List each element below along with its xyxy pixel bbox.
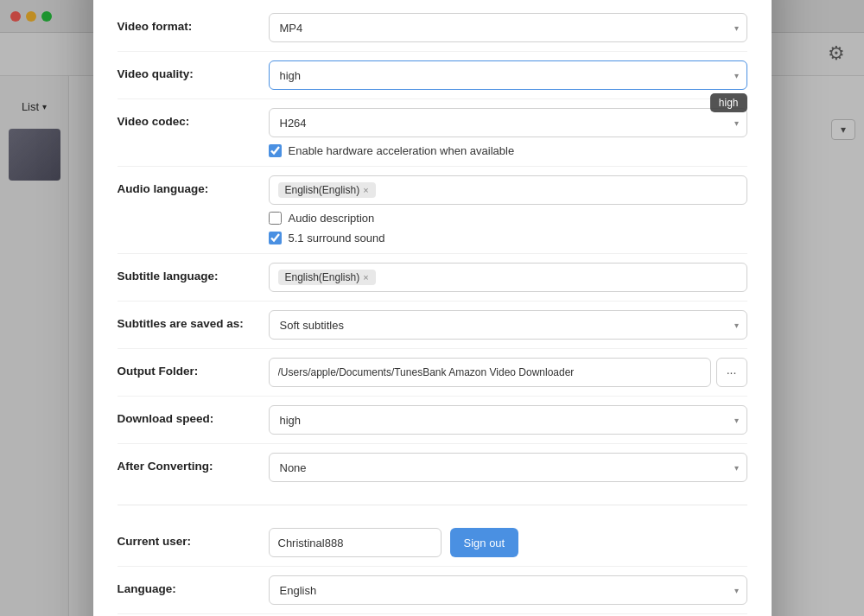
subtitles-saved-label: Subtitles are saved as: [118, 310, 269, 330]
current-user-input[interactable] [269, 528, 442, 557]
language-dropdown[interactable]: English [269, 575, 747, 605]
video-format-row: Video format: MP4 ▾ [118, 4, 747, 52]
after-converting-row: After Converting: None ▾ [118, 444, 747, 491]
subtitle-language-label: Subtitle language: [118, 263, 269, 283]
audio-desc-label: Audio description [289, 212, 375, 225]
current-user-row: Current user: Sign out [118, 519, 747, 567]
download-speed-dropdown-wrapper: high ▾ [269, 405, 747, 435]
video-quality-value: high [280, 69, 302, 82]
output-folder-label: Output Folder: [118, 358, 269, 378]
video-format-dropdown-wrapper: MP4 ▾ [269, 13, 747, 42]
audio-language-row: Audio language: English(English) × Audio… [118, 167, 747, 254]
surround-sound-checkbox[interactable] [269, 232, 282, 244]
video-quality-dropdown-wrapper: high ▾ high [269, 60, 747, 90]
video-codec-value: H264 [280, 117, 307, 130]
after-converting-value: None [280, 461, 307, 474]
video-quality-dropdown[interactable]: high [269, 60, 747, 90]
video-quality-control: high ▾ high [269, 60, 747, 90]
video-format-dropdown[interactable]: MP4 [269, 13, 747, 42]
video-codec-label: Video codec: [118, 108, 269, 128]
hardware-accel-checkbox[interactable] [269, 144, 282, 157]
surround-sound-row: 5.1 surround sound [269, 232, 747, 244]
after-converting-control: None ▾ [269, 453, 747, 482]
video-codec-dropdown[interactable]: H264 [269, 108, 747, 137]
subtitle-language-control: English(English) × [269, 263, 747, 292]
signout-button[interactable]: Sign out [450, 528, 519, 557]
account-section: Current user: Sign out Language: English [118, 519, 747, 616]
audio-language-tag-remove[interactable]: × [363, 185, 368, 195]
after-converting-label: After Converting: [118, 453, 269, 473]
language-value: English [280, 584, 317, 597]
subtitles-saved-value: Soft subtitles [280, 319, 344, 332]
current-user-control: Sign out [269, 528, 747, 557]
video-codec-dropdown-wrapper: H264 ▾ [269, 108, 747, 137]
download-speed-value: high [280, 414, 302, 427]
video-format-label: Video format: [118, 13, 269, 33]
audio-language-label: Audio language: [118, 175, 269, 195]
audio-desc-row: Audio description [269, 212, 747, 225]
output-folder-input[interactable] [269, 358, 711, 387]
surround-sound-label: 5.1 surround sound [289, 232, 385, 244]
download-speed-label: Download speed: [118, 405, 269, 425]
subtitle-language-tag-remove[interactable]: × [363, 272, 368, 283]
video-codec-control: H264 ▾ Enable hardware acceleration when… [269, 108, 747, 157]
after-converting-dropdown-wrapper: None ▾ [269, 453, 747, 482]
subtitles-saved-row: Subtitles are saved as: Soft subtitles ▾ [118, 302, 747, 349]
video-format-value: MP4 [280, 22, 303, 35]
download-speed-control: high ▾ [269, 405, 747, 435]
current-user-label: Current user: [118, 528, 269, 548]
user-row: Sign out [269, 528, 747, 557]
audio-language-tag-input[interactable]: English(English) × [269, 175, 747, 205]
subtitles-saved-dropdown-wrapper: Soft subtitles ▾ [269, 310, 747, 340]
audio-language-tag: English(English) × [278, 182, 376, 198]
subtitle-language-tag-input[interactable]: English(English) × [269, 263, 747, 292]
language-label: Language: [118, 575, 269, 595]
after-converting-dropdown[interactable]: None [269, 453, 747, 482]
output-folder-control: ··· [269, 358, 747, 387]
video-quality-label: Video quality: [118, 60, 269, 80]
download-speed-dropdown[interactable]: high [269, 405, 747, 435]
output-folder-browse-button[interactable]: ··· [716, 358, 747, 387]
video-quality-tooltip: high [710, 93, 747, 112]
hardware-accel-row: Enable hardware acceleration when availa… [269, 144, 747, 157]
language-dropdown-wrapper: English ▾ [269, 575, 747, 605]
subtitles-saved-dropdown[interactable]: Soft subtitles [269, 310, 747, 340]
video-format-control: MP4 ▾ [269, 13, 747, 42]
video-codec-row: Video codec: H264 ▾ Enable hardware acce… [118, 99, 747, 167]
settings-section: Video format: MP4 ▾ Video quality: [118, 4, 747, 491]
output-folder-row: Output Folder: ··· [118, 349, 747, 397]
audio-language-control: English(English) × Audio description 5.1… [269, 175, 747, 244]
video-quality-row: Video quality: high ▾ high [118, 52, 747, 99]
download-speed-row: Download speed: high ▾ [118, 397, 747, 444]
subtitle-language-row: Subtitle language: English(English) × [118, 254, 747, 302]
modal-overlay: Settings × Video format: MP4 ▾ [0, 0, 864, 616]
section-divider [118, 505, 747, 505]
subtitles-saved-control: Soft subtitles ▾ [269, 310, 747, 340]
language-control: English ▾ [269, 575, 747, 605]
output-folder-row-inner: ··· [269, 358, 747, 387]
hardware-accel-label: Enable hardware acceleration when availa… [289, 144, 515, 157]
settings-dialog: Settings × Video format: MP4 ▾ [93, 0, 772, 616]
audio-desc-checkbox[interactable] [269, 212, 282, 225]
language-row: Language: English ▾ [118, 567, 747, 614]
subtitle-language-tag: English(English) × [278, 270, 376, 285]
